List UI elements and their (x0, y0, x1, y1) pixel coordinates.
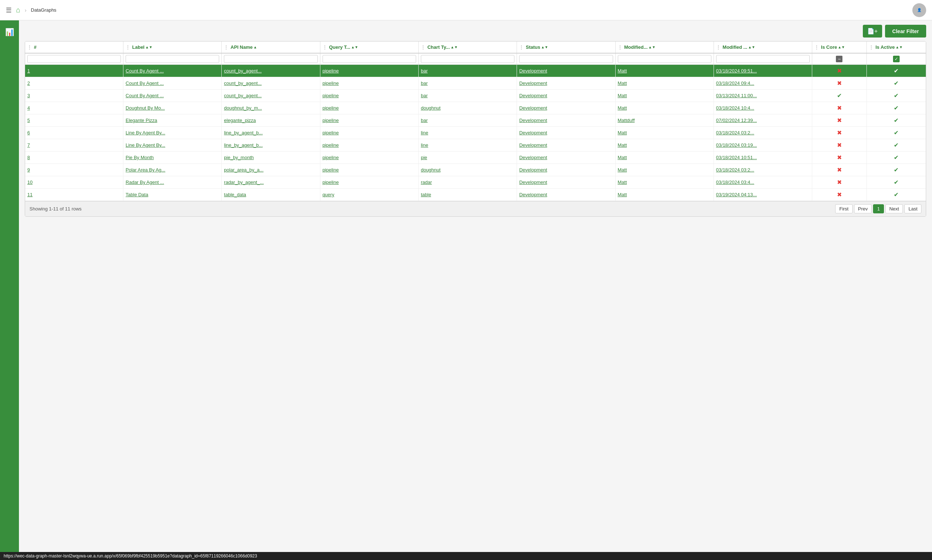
row-link[interactable]: 5 (27, 118, 30, 123)
col-header-status[interactable]: ⋮ Status ▲▼ (517, 42, 615, 53)
row-link[interactable]: 3 (27, 93, 30, 98)
row-link[interactable]: Line By Agent By... (126, 130, 165, 135)
table-row[interactable]: 11Table Datatable_dataquerytableDevelopm… (25, 189, 926, 201)
row-link[interactable]: Matt (618, 105, 627, 111)
filter-query-type[interactable] (323, 55, 416, 63)
row-link[interactable]: 03/18/2024 03:2... (716, 130, 754, 135)
table-row[interactable]: 1Count By Agent ...count_by_agent...pipe… (25, 65, 926, 77)
row-link[interactable]: Line By Agent By... (126, 142, 165, 148)
filter-label[interactable] (126, 55, 219, 63)
row-link[interactable]: Matt (618, 180, 627, 185)
first-button[interactable]: First (835, 204, 852, 213)
row-link[interactable]: Development (519, 118, 547, 123)
row-link[interactable]: count_by_agent... (224, 68, 261, 74)
table-row[interactable]: 8Pie By Monthpie_by_monthpipelinepieDeve… (25, 151, 926, 164)
row-link[interactable]: 10 (27, 180, 32, 185)
row-link[interactable]: pipeline (323, 118, 339, 123)
row-link[interactable]: Development (519, 192, 547, 197)
row-link[interactable]: Table Data (126, 192, 148, 197)
filter-api-name[interactable] (224, 55, 317, 63)
col-header-label[interactable]: ⋮ Label ▲▼ (123, 42, 222, 53)
row-link[interactable]: doughnut_by_m... (224, 105, 262, 111)
row-link[interactable]: Matt (618, 80, 627, 86)
filter-minus-icon[interactable]: − (836, 56, 843, 62)
col-header-chart-type[interactable]: ⋮ Chart Ty... ▲▼ (418, 42, 517, 53)
row-link[interactable]: 03/19/2024 04:13... (716, 192, 757, 197)
row-link[interactable]: pipeline (323, 155, 339, 160)
row-link[interactable]: bar (421, 118, 428, 123)
table-row[interactable]: 2Count By Agent ...count_by_agent...pipe… (25, 77, 926, 89)
row-link[interactable]: Development (519, 105, 547, 111)
row-link[interactable]: doughnut (421, 167, 440, 172)
col-header-is-core[interactable]: ⋮ Is Core ▲▼ (812, 42, 867, 53)
row-link[interactable]: Development (519, 167, 547, 172)
table-row[interactable]: 10Radar By Agent ...radar_by_agent_...pi… (25, 176, 926, 189)
row-link[interactable]: 03/13/2024 11:00... (716, 93, 757, 98)
row-link[interactable]: Doughnut By Mo... (126, 105, 165, 111)
row-link[interactable]: 6 (27, 130, 30, 135)
row-link[interactable]: polar_area_by_a... (224, 167, 263, 172)
table-row[interactable]: 6Line By Agent By...line_by_agent_b...pi… (25, 127, 926, 139)
row-link[interactable]: Development (519, 93, 547, 98)
row-link[interactable]: 07/02/2024 12:39... (716, 118, 757, 123)
row-link[interactable]: Matt (618, 167, 627, 172)
row-link[interactable]: Development (519, 130, 547, 135)
table-row[interactable]: 3Count By Agent ...count_by_agent...pipe… (25, 89, 926, 102)
row-link[interactable]: 03/18/2024 10:51... (716, 155, 757, 160)
row-link[interactable]: pipeline (323, 105, 339, 111)
row-link[interactable]: Radar By Agent ... (126, 180, 164, 185)
row-link[interactable]: count_by_agent... (224, 93, 261, 98)
row-link[interactable]: Count By Agent ... (126, 93, 164, 98)
table-row[interactable]: 5Elegante Pizzaelegante_pizzapipelinebar… (25, 114, 926, 127)
row-link[interactable]: Development (519, 180, 547, 185)
filter-is-core[interactable]: − (814, 56, 864, 62)
row-link[interactable]: table (421, 192, 431, 197)
row-link[interactable]: pipeline (323, 142, 339, 148)
row-link[interactable]: 11 (27, 192, 32, 197)
row-link[interactable]: pie (421, 155, 427, 160)
row-link[interactable]: Matt (618, 142, 627, 148)
row-link[interactable]: count_by_agent... (224, 80, 261, 86)
row-link[interactable]: elegante_pizza (224, 118, 255, 123)
row-link[interactable]: 03/18/2024 03:4... (716, 180, 754, 185)
col-header-is-active[interactable]: ⋮ Is Active ▲▼ (866, 42, 926, 53)
row-link[interactable]: pipeline (323, 130, 339, 135)
row-link[interactable]: pipeline (323, 68, 339, 74)
row-link[interactable]: doughnut (421, 105, 440, 111)
row-link[interactable]: 1 (27, 68, 30, 74)
row-link[interactable]: 2 (27, 80, 30, 86)
row-link[interactable]: Count By Agent ... (126, 68, 164, 74)
row-link[interactable]: Matt (618, 155, 627, 160)
row-link[interactable]: 03/18/2024 10:4... (716, 105, 754, 111)
table-row[interactable]: 7Line By Agent By...line_by_agent_b...pi… (25, 139, 926, 151)
filter-modified-at[interactable] (716, 55, 810, 63)
row-link[interactable]: line_by_agent_b... (224, 130, 263, 135)
row-link[interactable]: pipeline (323, 180, 339, 185)
prev-button[interactable]: Prev (854, 204, 872, 213)
last-button[interactable]: Last (904, 204, 921, 213)
row-link[interactable]: line_by_agent_b... (224, 142, 263, 148)
filter-checked-icon[interactable]: ✓ (893, 56, 900, 62)
row-link[interactable]: line (421, 142, 428, 148)
row-link[interactable]: 4 (27, 105, 30, 111)
row-link[interactable]: Elegante Pizza (126, 118, 157, 123)
row-link[interactable]: bar (421, 93, 428, 98)
row-link[interactable]: Mattduff (618, 118, 635, 123)
row-link[interactable]: table_data (224, 192, 246, 197)
row-link[interactable]: pie_by_month (224, 155, 254, 160)
sidebar-charts-icon[interactable]: 📊 (2, 24, 18, 40)
row-link[interactable]: line (421, 130, 428, 135)
table-row[interactable]: 9Polar Area By Ag...polar_area_by_a...pi… (25, 164, 926, 176)
col-header-id[interactable]: ⋮ # (25, 42, 123, 53)
row-link[interactable]: radar_by_agent_... (224, 180, 264, 185)
table-row[interactable]: 4Doughnut By Mo...doughnut_by_m...pipeli… (25, 102, 926, 114)
filter-id[interactable] (27, 55, 121, 63)
filter-chart-type[interactable] (421, 55, 514, 63)
row-link[interactable]: Development (519, 80, 547, 86)
row-link[interactable]: Matt (618, 192, 627, 197)
row-link[interactable]: Matt (618, 130, 627, 135)
row-link[interactable]: 9 (27, 167, 30, 172)
add-button[interactable]: 📄+ (863, 25, 882, 37)
filter-is-active[interactable]: ✓ (869, 56, 924, 62)
row-link[interactable]: 03/18/2024 09:4... (716, 80, 754, 86)
